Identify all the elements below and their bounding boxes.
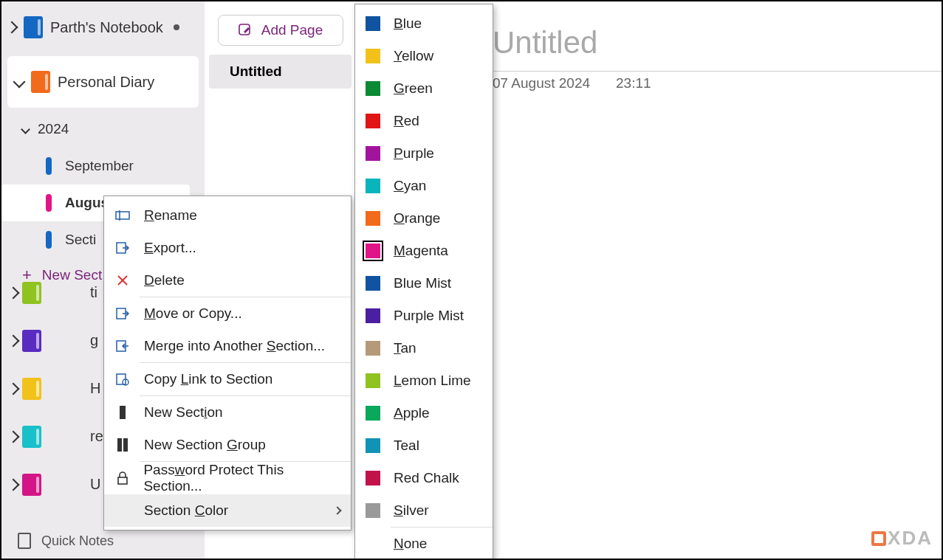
color-none[interactable]: None <box>355 528 493 560</box>
color-blue-mist[interactable]: Blue Mist <box>355 267 493 300</box>
chevron-right-icon <box>7 286 20 299</box>
ctx-password-protect[interactable]: Password Protect This Section... <box>104 462 351 494</box>
ctx-export[interactable]: Export... <box>104 232 351 264</box>
color-swatch <box>366 503 380 518</box>
color-swatch <box>366 211 380 226</box>
color-cyan[interactable]: Cyan <box>355 170 493 202</box>
notebook-collapsed-4[interactable] <box>4 412 41 460</box>
color-swatch <box>366 114 380 128</box>
color-tan[interactable]: Tan <box>355 332 493 364</box>
ctx-new-section[interactable]: New Section <box>104 396 351 429</box>
section-label: Secti <box>65 232 96 248</box>
notebook-icon <box>22 426 41 448</box>
section-group-icon <box>114 437 131 453</box>
svg-rect-13 <box>118 477 127 484</box>
notebook-icon <box>24 16 43 38</box>
color-swatch <box>366 438 380 453</box>
ctx-move-copy[interactable]: Move or Copy... <box>104 297 351 330</box>
notebook-icon <box>22 474 41 496</box>
color-blue[interactable]: Blue <box>355 7 493 40</box>
section-label: September <box>65 158 134 174</box>
color-swatch <box>366 471 380 485</box>
color-apple[interactable]: Apple <box>355 397 493 429</box>
color-lemon-lime[interactable]: Lemon Lime <box>355 364 493 397</box>
notebook-icon <box>22 330 41 352</box>
move-icon <box>114 305 131 322</box>
notebook-label-partial: H <box>53 364 100 412</box>
color-green[interactable]: Green <box>355 72 493 105</box>
color-swatch <box>366 308 380 323</box>
color-swatch <box>366 49 380 63</box>
color-yellow[interactable]: Yellow <box>355 40 493 72</box>
chevron-right-icon <box>7 334 20 347</box>
watermark: XDA <box>871 527 933 550</box>
color-swatch <box>366 243 380 258</box>
ctx-copy-link[interactable]: Copy Link to Section <box>104 363 351 395</box>
notebook-label-partial: g <box>53 317 98 364</box>
notebook-label-partial: re <box>53 412 103 460</box>
color-purple-mist[interactable]: Purple Mist <box>355 300 493 332</box>
section-color-menu: BlueYellowGreenRedPurpleCyanOrangeMagent… <box>354 4 493 560</box>
notebook-collapsed-3[interactable] <box>4 364 41 412</box>
note-title-placeholder[interactable]: Untitled <box>493 25 597 61</box>
page-untitled[interactable]: Untitled <box>209 55 352 89</box>
quick-notes[interactable]: Quick Notes <box>1 526 205 556</box>
section-september[interactable]: September <box>1 148 205 184</box>
color-swatch <box>366 406 380 421</box>
note-time[interactable]: 23:11 <box>616 75 651 91</box>
ctx-section-color[interactable]: Section Color <box>104 494 351 527</box>
color-swatch <box>366 373 380 388</box>
add-page-label: Add Page <box>261 22 323 38</box>
svg-rect-11 <box>117 438 122 452</box>
notebook-icon <box>31 71 50 93</box>
ctx-delete[interactable]: Delete <box>104 264 351 297</box>
notebook-label: Personal Diary <box>58 74 154 91</box>
color-swatch <box>366 146 380 161</box>
notebook-label-partial: ti <box>53 269 97 317</box>
color-red[interactable]: Red <box>355 105 493 137</box>
watermark-icon <box>871 531 886 546</box>
color-swatch <box>366 276 380 291</box>
notebook-collapsed-5[interactable] <box>4 460 41 508</box>
page-title: Untitled <box>230 63 282 80</box>
add-page-button[interactable]: Add Page <box>218 15 343 46</box>
link-icon <box>114 371 131 387</box>
merge-icon <box>114 338 131 354</box>
color-magenta[interactable]: Magenta <box>355 235 493 267</box>
lock-icon <box>114 470 130 486</box>
chevron-right-icon <box>333 506 341 514</box>
section-group-2024[interactable]: 2024 <box>1 111 205 148</box>
section-color-mark <box>46 157 52 175</box>
chevron-right-icon <box>6 21 18 34</box>
chevron-down-icon <box>13 76 26 89</box>
color-swatch <box>366 341 380 356</box>
notebook-label-partial: U <box>53 460 100 508</box>
section-color-mark <box>46 231 52 249</box>
notebook-collapsed-2[interactable] <box>4 317 41 364</box>
blank-icon <box>114 502 131 519</box>
note-date[interactable]: 07 August 2024 <box>493 75 590 91</box>
color-swatch <box>366 81 380 96</box>
color-silver[interactable]: Silver <box>355 494 493 527</box>
notebook-collapsed-1[interactable] <box>4 269 41 317</box>
svg-rect-12 <box>123 438 128 452</box>
chevron-right-icon <box>7 382 20 395</box>
notebook-parths[interactable]: Parth's Notebook <box>1 1 205 53</box>
color-orange[interactable]: Orange <box>355 202 493 235</box>
chevron-down-icon <box>21 125 30 134</box>
ctx-merge[interactable]: Merge into Another Section... <box>104 330 351 362</box>
color-swatch <box>366 16 380 31</box>
section-context-menu: Rename Export... Delete Move or Copy... … <box>103 196 352 530</box>
notebook-personal-diary[interactable]: Personal Diary <box>7 56 199 108</box>
ctx-new-section-group[interactable]: New Section Group <box>104 429 351 461</box>
notebook-icon <box>22 378 41 400</box>
title-underline <box>493 71 943 72</box>
blank-icon <box>366 536 380 551</box>
notebook-icon <box>22 282 41 304</box>
export-icon <box>114 240 131 256</box>
color-red-chalk[interactable]: Red Chalk <box>355 462 493 494</box>
ctx-rename[interactable]: Rename <box>104 199 351 232</box>
color-purple[interactable]: Purple <box>355 137 493 170</box>
svg-rect-1 <box>116 212 129 219</box>
color-teal[interactable]: Teal <box>355 429 493 462</box>
